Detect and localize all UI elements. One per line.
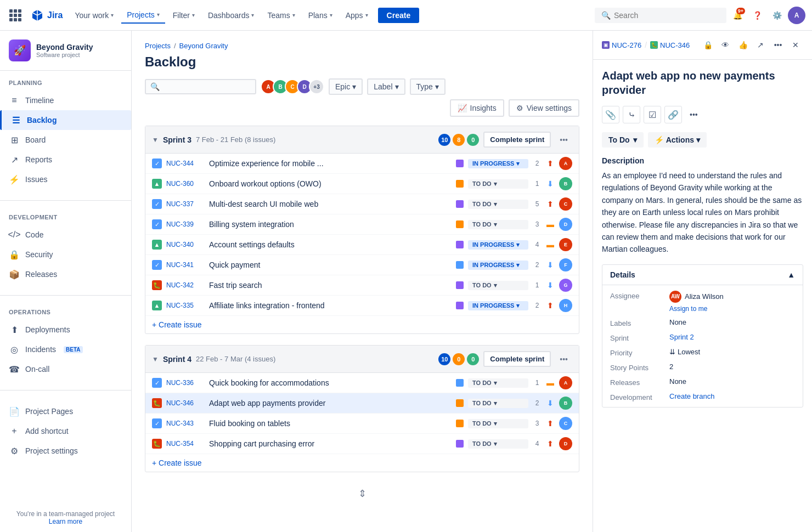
- sprint4-create-issue[interactable]: + Create issue: [145, 454, 579, 472]
- nav-teams[interactable]: Teams ▾: [262, 8, 300, 23]
- issue-key[interactable]: NUC-360: [166, 180, 205, 188]
- create-branch-link[interactable]: Create branch: [669, 392, 714, 400]
- issue-status[interactable]: IN PROGRESS ▾: [468, 159, 528, 168]
- create-button[interactable]: Create: [378, 8, 420, 23]
- detail-checklist-button[interactable]: ☑: [644, 106, 661, 123]
- issue-row[interactable]: 🐛 NUC-354 Shopping cart purchasing error…: [145, 434, 579, 454]
- scroll-handle[interactable]: ⇕: [145, 483, 579, 504]
- sprint4-toggle[interactable]: ▼: [152, 355, 159, 363]
- assign-me-link[interactable]: Assign to me: [669, 305, 795, 313]
- issue-row[interactable]: ▲ NUC-335 Affiliate links integration - …: [145, 296, 579, 316]
- issue-row[interactable]: 🐛 NUC-346 Adapt web app payments provide…: [145, 393, 579, 414]
- settings-button[interactable]: ⚙️: [768, 7, 786, 24]
- sidebar-item-timeline[interactable]: ≡ Timeline: [0, 90, 131, 110]
- issue-status[interactable]: TO DO ▾: [468, 419, 528, 428]
- issue-status[interactable]: IN PROGRESS ▾: [468, 301, 528, 310]
- issue-row[interactable]: ✓ NUC-339 Billing system integration TO …: [145, 214, 579, 235]
- issue-key[interactable]: NUC-354: [166, 440, 205, 448]
- issue-key[interactable]: NUC-339: [166, 220, 205, 228]
- sidebar-item-code[interactable]: </> Code: [0, 225, 131, 245]
- label-dropdown[interactable]: Label ▾: [367, 78, 405, 95]
- nav-filter[interactable]: Filter ▾: [167, 8, 200, 23]
- epic-dropdown[interactable]: Epic ▾: [329, 78, 363, 95]
- sprint3-create-issue[interactable]: + Create issue: [145, 316, 579, 333]
- issue-status[interactable]: TO DO ▾: [468, 200, 528, 209]
- status-dropdown-button[interactable]: To Do ▾: [602, 132, 644, 148]
- sidebar-item-board[interactable]: ⊞ Board: [0, 130, 131, 150]
- sidebar-item-incidents[interactable]: ◎ Incidents BETA: [0, 339, 131, 359]
- issue-status[interactable]: TO DO ▾: [468, 378, 528, 388]
- issue-key[interactable]: NUC-337: [166, 200, 205, 208]
- details-section-header[interactable]: Details ▲: [602, 265, 803, 285]
- detail-attach-button[interactable]: 📎: [602, 106, 619, 123]
- issue-status[interactable]: IN PROGRESS ▾: [468, 261, 528, 270]
- breadcrumb-project[interactable]: Beyond Gravity: [179, 42, 228, 50]
- nav-apps[interactable]: Apps ▾: [340, 8, 374, 23]
- sidebar-item-oncall[interactable]: ☎ On-call: [0, 359, 131, 379]
- help-button[interactable]: ❓: [748, 7, 766, 24]
- nav-plans[interactable]: Plans ▾: [303, 8, 338, 23]
- issue-key[interactable]: NUC-340: [166, 241, 205, 248]
- view-settings-button[interactable]: ⚙ View settings: [509, 99, 579, 117]
- detail-parent-link[interactable]: ▣ NUC-276: [602, 41, 641, 49]
- issue-status[interactable]: TO DO ▾: [468, 179, 528, 189]
- nav-projects[interactable]: Projects ▾: [121, 7, 165, 24]
- sprint3-toggle[interactable]: ▼: [152, 136, 159, 144]
- learn-more-link[interactable]: Learn more: [49, 518, 82, 525]
- issue-status[interactable]: TO DO ▾: [468, 281, 528, 290]
- sidebar-item-reports[interactable]: ↗ Reports: [0, 150, 131, 169]
- sidebar-item-add-shortcut[interactable]: + Add shortcut: [0, 421, 131, 441]
- sprint4-complete-button[interactable]: Complete sprint: [483, 351, 551, 367]
- sidebar-item-issues[interactable]: ⚡ Issues: [0, 169, 131, 189]
- issue-key[interactable]: NUC-336: [166, 379, 205, 387]
- issue-status[interactable]: IN PROGRESS ▾: [468, 240, 528, 250]
- filter-search-input[interactable]: [163, 82, 251, 91]
- detail-issue-link[interactable]: 🐛 NUC-346: [650, 41, 690, 49]
- avatar-filter-more[interactable]: +3: [309, 79, 324, 94]
- detail-action-more[interactable]: •••: [685, 108, 702, 121]
- issue-key[interactable]: NUC-342: [166, 281, 205, 289]
- detail-close-button[interactable]: ✕: [788, 37, 803, 53]
- issue-row[interactable]: ▲ NUC-360 Onboard workout options (OWO) …: [145, 174, 579, 194]
- sidebar-item-backlog[interactable]: ☰ Backlog: [0, 110, 131, 130]
- issue-row[interactable]: ✓ NUC-336 Quick booking for accommodatio…: [145, 373, 579, 393]
- search-input[interactable]: [614, 11, 720, 20]
- issue-key[interactable]: NUC-341: [166, 261, 205, 269]
- detail-child-button[interactable]: ⤷: [623, 106, 640, 123]
- insights-button[interactable]: 📈 Insights: [450, 99, 504, 117]
- sidebar-item-project-settings[interactable]: ⚙ Project settings: [0, 441, 131, 461]
- sprint-link[interactable]: Sprint 2: [669, 333, 694, 341]
- breadcrumb-projects[interactable]: Projects: [145, 42, 171, 50]
- search-box[interactable]: 🔍: [595, 8, 726, 23]
- issue-row[interactable]: 🐛 NUC-342 Fast trip search TO DO ▾ 1 ⬇ G: [145, 275, 579, 296]
- actions-dropdown-button[interactable]: ⚡ Actions ▾: [648, 132, 707, 148]
- issue-key[interactable]: NUC-335: [166, 302, 205, 309]
- issue-key[interactable]: NUC-343: [166, 420, 205, 427]
- nav-dashboards[interactable]: Dashboards ▾: [202, 8, 260, 23]
- issue-status[interactable]: TO DO ▾: [468, 439, 528, 449]
- sidebar-item-releases[interactable]: 📦 Releases: [0, 264, 131, 284]
- issue-row[interactable]: ✓ NUC-341 Quick payment IN PROGRESS ▾ 2 …: [145, 255, 579, 275]
- jira-logo[interactable]: Jira: [31, 9, 63, 22]
- grid-menu-button[interactable]: [7, 7, 24, 24]
- notifications-button[interactable]: 🔔 9+: [729, 7, 746, 24]
- filter-search-box[interactable]: 🔍: [145, 79, 256, 94]
- detail-thumbsup-button[interactable]: 👍: [735, 37, 751, 53]
- issue-key[interactable]: NUC-346: [166, 399, 205, 407]
- sprint3-complete-button[interactable]: Complete sprint: [483, 132, 551, 148]
- issue-row[interactable]: ✓ NUC-343 Fluid booking on tablets TO DO…: [145, 414, 579, 434]
- sprint3-more-button[interactable]: •••: [555, 133, 572, 146]
- sidebar-item-deployments[interactable]: ⬆ Deployments: [0, 320, 131, 339]
- detail-watch-button[interactable]: 👁: [718, 37, 733, 53]
- sidebar-item-project-pages[interactable]: 📄 Project Pages: [0, 401, 131, 421]
- detail-lock-button[interactable]: 🔒: [700, 37, 715, 53]
- detail-share-button[interactable]: ↗: [753, 37, 768, 53]
- type-dropdown[interactable]: Type ▾: [410, 78, 446, 95]
- sprint4-more-button[interactable]: •••: [555, 353, 572, 366]
- issue-key[interactable]: NUC-344: [166, 160, 205, 167]
- issue-row[interactable]: ▲ NUC-340 Account settings defaults IN P…: [145, 235, 579, 255]
- issue-status[interactable]: TO DO ▾: [468, 220, 528, 229]
- detail-link-button[interactable]: 🔗: [664, 106, 682, 123]
- issue-status[interactable]: TO DO ▾: [468, 399, 528, 408]
- user-avatar[interactable]: A: [788, 7, 805, 24]
